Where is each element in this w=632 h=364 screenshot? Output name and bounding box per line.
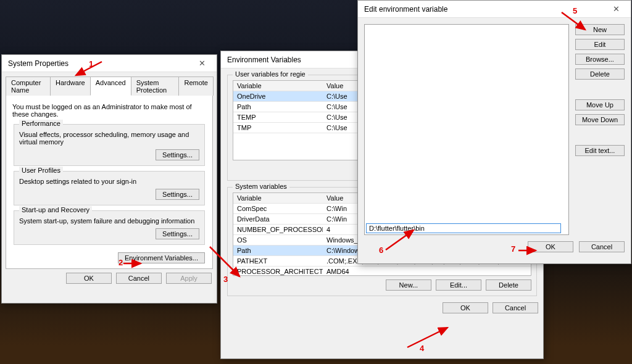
tab-system-protection[interactable]: System Protection bbox=[131, 77, 180, 96]
move-down-button[interactable]: Move Down bbox=[575, 114, 625, 125]
tab-advanced[interactable]: Advanced bbox=[90, 77, 131, 96]
performance-legend: Performance bbox=[19, 120, 63, 127]
environment-variables-button[interactable]: Environment Variables... bbox=[118, 252, 205, 263]
path-entries-list[interactable]: D:\flutter\flutter\bin bbox=[364, 24, 569, 235]
titlebar: System Properties ✕ bbox=[2, 55, 217, 72]
browse-button[interactable]: Browse... bbox=[575, 54, 625, 65]
startup-recovery-group: Start-up and Recovery System start-up, s… bbox=[14, 210, 205, 245]
startup-settings-button[interactable]: Settings... bbox=[156, 228, 199, 239]
tab-remote[interactable]: Remote bbox=[178, 77, 214, 96]
system-variables-legend: System variables bbox=[233, 183, 289, 190]
user-variables-legend: User variables for regie bbox=[233, 70, 308, 78]
close-icon[interactable]: ✕ bbox=[605, 4, 627, 14]
ok-button[interactable]: OK bbox=[528, 241, 573, 252]
cancel-button[interactable]: Cancel bbox=[493, 302, 538, 313]
apply-button[interactable]: Apply bbox=[166, 273, 212, 284]
user-profiles-group: User Profiles Desktop settings related t… bbox=[14, 171, 205, 205]
performance-desc: Visual effects, processor scheduling, me… bbox=[19, 131, 199, 146]
sys-edit-button[interactable]: Edit... bbox=[436, 279, 481, 291]
startup-desc: System start-up, system failure and debu… bbox=[19, 217, 199, 225]
close-icon[interactable]: ✕ bbox=[191, 59, 213, 68]
window-title: Environment Variables bbox=[227, 56, 301, 64]
ok-button[interactable]: OK bbox=[66, 273, 112, 284]
table-row: PROCESSOR_ARCHITECTUREAMD64 bbox=[233, 267, 531, 277]
sys-new-button[interactable]: New... bbox=[386, 279, 431, 291]
window-title: System Properties bbox=[8, 59, 69, 68]
window-title: Edit environment variable bbox=[364, 5, 447, 14]
performance-settings-button[interactable]: Settings... bbox=[156, 149, 199, 160]
tab-hardware[interactable]: Hardware bbox=[50, 77, 91, 96]
move-up-button[interactable]: Move Up bbox=[575, 99, 625, 110]
user-profiles-settings-button[interactable]: Settings... bbox=[156, 189, 199, 200]
cancel-button[interactable]: Cancel bbox=[579, 241, 625, 252]
tab-computer-name[interactable]: Computer Name bbox=[6, 77, 51, 96]
user-profiles-desc: Desktop settings related to your sign-in bbox=[19, 178, 199, 185]
performance-group: Performance Visual effects, processor sc… bbox=[14, 124, 205, 166]
system-properties-window: System Properties ✕ Computer Name Hardwa… bbox=[1, 54, 217, 304]
new-button[interactable]: New bbox=[575, 24, 625, 35]
titlebar: Edit environment variable ✕ bbox=[358, 1, 631, 18]
edit-environment-variable-window: Edit environment variable ✕ D:\flutter\f… bbox=[357, 0, 631, 264]
ok-button[interactable]: OK bbox=[443, 302, 488, 313]
column-variable[interactable]: Variable bbox=[233, 81, 323, 91]
edit-button[interactable]: Edit bbox=[575, 39, 625, 50]
cancel-button[interactable]: Cancel bbox=[116, 273, 162, 284]
edit-text-button[interactable]: Edit text... bbox=[575, 145, 625, 156]
admin-note: You must be logged on as an Administrato… bbox=[9, 99, 210, 119]
startup-legend: Start-up and Recovery bbox=[19, 206, 92, 213]
path-entry-input[interactable]: D:\flutter\flutter\bin bbox=[366, 223, 561, 233]
sys-delete-button[interactable]: Delete bbox=[486, 279, 531, 291]
user-profiles-legend: User Profiles bbox=[19, 167, 63, 174]
delete-button[interactable]: Delete bbox=[575, 68, 625, 80]
column-variable[interactable]: Variable bbox=[233, 193, 323, 203]
tab-bar: Computer Name Hardware Advanced System P… bbox=[6, 76, 213, 96]
side-buttons: New Edit Browse... Delete Move Up Move D… bbox=[575, 24, 625, 235]
